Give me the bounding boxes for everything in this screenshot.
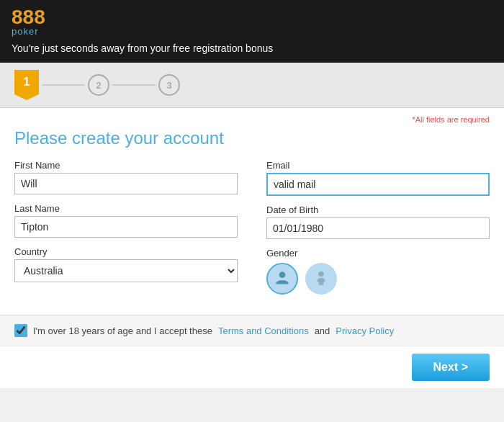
form-area: *All fields are required Please create y…	[0, 108, 504, 315]
required-note: *All fields are required	[14, 115, 490, 124]
male-icon	[273, 269, 292, 288]
terms-text-between: and	[315, 326, 330, 336]
logo-container: 888 poker	[12, 7, 492, 37]
last-name-group: Last Name	[14, 203, 238, 238]
terms-text-before: I'm over 18 years of age and I accept th…	[33, 326, 212, 336]
country-select[interactable]: Australia United States United Kingdom C…	[14, 259, 238, 282]
gender-label: Gender	[266, 248, 490, 259]
terms-link-2[interactable]: Privacy Policy	[336, 326, 394, 336]
svg-point-0	[279, 271, 286, 278]
gender-container	[266, 263, 490, 295]
step-item-3: 3	[158, 74, 180, 96]
step-connector-2	[112, 84, 156, 86]
first-name-input[interactable]	[14, 173, 238, 194]
header-tagline: You're just seconds away from your free …	[12, 42, 492, 54]
step-3-circle: 3	[158, 74, 180, 96]
gender-male-button[interactable]	[266, 263, 298, 295]
country-group: Country Australia United States United K…	[14, 246, 238, 282]
dob-input[interactable]	[266, 217, 490, 239]
terms-bar: I'm over 18 years of age and I accept th…	[0, 315, 504, 346]
step-item-1: 1	[14, 70, 39, 100]
country-label: Country	[14, 246, 238, 257]
first-name-label: First Name	[14, 160, 238, 171]
terms-link-1[interactable]: Terms and Conditions	[218, 326, 309, 336]
form-title: Please create your account	[14, 128, 490, 148]
gender-female-button[interactable]	[305, 263, 337, 295]
step-2-circle: 2	[88, 74, 109, 96]
first-name-group: First Name	[14, 160, 238, 194]
next-bar: Next >	[0, 346, 504, 388]
logo-888: 888	[12, 7, 45, 27]
step-item-2: 2	[88, 74, 109, 96]
steps-bar: 1 2 3	[0, 63, 504, 108]
svg-point-1	[318, 271, 324, 277]
email-label: Email	[266, 160, 490, 171]
last-name-input[interactable]	[14, 216, 238, 238]
email-input[interactable]	[266, 173, 490, 196]
form-col-left: First Name Last Name Country Australia U…	[14, 160, 238, 303]
form-columns: First Name Last Name Country Australia U…	[14, 160, 490, 303]
header: 888 poker You're just seconds away from …	[0, 0, 504, 63]
step-1-circle: 1	[14, 70, 39, 94]
next-button[interactable]: Next >	[412, 354, 490, 381]
step-connector-1	[42, 84, 85, 86]
form-col-right: Email Date of Birth Gender	[266, 160, 490, 303]
last-name-label: Last Name	[14, 203, 238, 214]
email-group: Email	[266, 160, 490, 196]
gender-group: Gender	[266, 248, 490, 295]
dob-group: Date of Birth	[266, 205, 490, 239]
female-icon	[312, 269, 330, 288]
dob-label: Date of Birth	[266, 205, 490, 215]
terms-checkbox[interactable]	[14, 324, 27, 337]
